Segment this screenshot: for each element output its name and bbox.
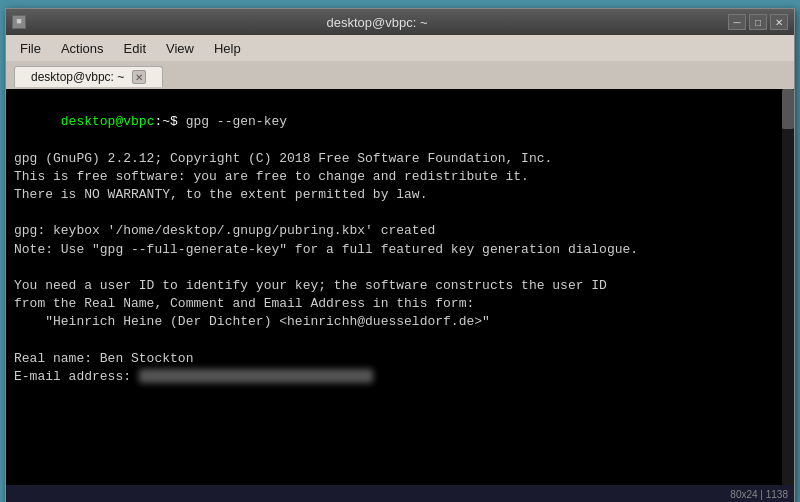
- scrollbar[interactable]: [782, 89, 794, 485]
- title-bar: ■ desktop@vbpc: ~ ─ □ ✕: [6, 9, 794, 35]
- terminal-tab[interactable]: desktop@vbpc: ~ ✕: [14, 66, 163, 87]
- terminal-line-10: from the Real Name, Comment and Email Ad…: [14, 295, 786, 313]
- terminal-line-5: [14, 204, 786, 222]
- terminal-line-14: E-mail address:: [14, 368, 786, 386]
- menu-file[interactable]: File: [12, 39, 49, 58]
- terminal-content[interactable]: desktop@vbpc:~$ gpg --gen-key gpg (GnuPG…: [6, 89, 794, 485]
- terminal-line-8: [14, 259, 786, 277]
- close-button[interactable]: ✕: [770, 14, 788, 30]
- tab-label: desktop@vbpc: ~: [31, 70, 124, 84]
- tab-bar: desktop@vbpc: ~ ✕: [6, 61, 794, 89]
- terminal-line-11: "Heinrich Heine (Der Dichter) <heinrichh…: [14, 313, 786, 331]
- terminal-line-7: Note: Use "gpg --full-generate-key" for …: [14, 241, 786, 259]
- window-title: desktop@vbpc: ~: [26, 15, 728, 30]
- menu-actions[interactable]: Actions: [53, 39, 112, 58]
- scrollbar-thumb[interactable]: [782, 89, 794, 129]
- terminal-line-4: There is NO WARRANTY, to the extent perm…: [14, 186, 786, 204]
- tab-close-button[interactable]: ✕: [132, 70, 146, 84]
- terminal-line-12: [14, 331, 786, 349]
- terminal-line-2: gpg (GnuPG) 2.2.12; Copyright (C) 2018 F…: [14, 150, 786, 168]
- statusbar: 80x24 | 1138: [6, 485, 794, 502]
- terminal-line-3: This is free software: you are free to c…: [14, 168, 786, 186]
- menu-view[interactable]: View: [158, 39, 202, 58]
- terminal-line-13: Real name: Ben Stockton: [14, 350, 786, 368]
- prompt-text: desktop@vbpc: [61, 114, 155, 129]
- menu-edit[interactable]: Edit: [116, 39, 154, 58]
- menu-help[interactable]: Help: [206, 39, 249, 58]
- minimize-button[interactable]: ─: [728, 14, 746, 30]
- menubar: File Actions Edit View Help: [6, 35, 794, 61]
- window-icon: ■: [12, 15, 26, 29]
- status-text: 80x24 | 1138: [730, 489, 788, 500]
- terminal-line-6: gpg: keybox '/home/desktop/.gnupg/pubrin…: [14, 222, 786, 240]
- email-blurred: [139, 369, 373, 383]
- terminal-window: ■ desktop@vbpc: ~ ─ □ ✕ File Actions Edi…: [5, 8, 795, 502]
- window-controls: ─ □ ✕: [728, 14, 788, 30]
- terminal-line-9: You need a user ID to identify your key;…: [14, 277, 786, 295]
- maximize-button[interactable]: □: [749, 14, 767, 30]
- terminal-line-1: desktop@vbpc:~$ gpg --gen-key: [14, 95, 786, 150]
